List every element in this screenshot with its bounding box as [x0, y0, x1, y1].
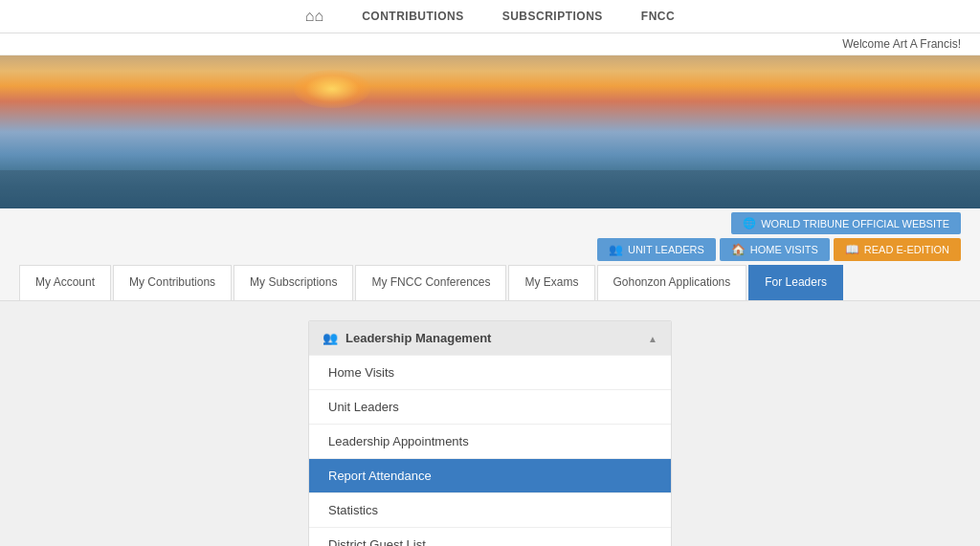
read-edition-button[interactable]: READ E-EDITION — [834, 238, 961, 261]
home-visits-button[interactable]: HOME VISITS — [720, 238, 830, 261]
leadership-appointments-menu-item[interactable]: Leadership Appointments — [309, 424, 671, 458]
tab-my-subscriptions[interactable]: My Subscriptions — [234, 265, 353, 300]
fncc-nav[interactable]: FNCC — [641, 10, 675, 23]
subscriptions-nav[interactable]: SUBSCRIPTIONS — [502, 10, 603, 23]
chevron-up-icon — [648, 331, 657, 345]
district-guest-list-menu-item[interactable]: District Guest List — [309, 527, 671, 546]
leadership-icon: 👥 — [323, 331, 338, 345]
action-row-1: 🌐 WORLD TRIBUNE OFFICIAL WEBSITE — [0, 208, 980, 236]
people-icon — [609, 243, 623, 256]
welcome-bar: Welcome Art A Francis! — [0, 33, 980, 55]
tab-for-leaders[interactable]: For Leaders — [748, 265, 843, 300]
leadership-section-title: Leadership Management — [345, 331, 491, 345]
home-visits-menu-item[interactable]: Home Visits — [309, 355, 671, 389]
tab-my-exams[interactable]: My Exams — [508, 265, 594, 300]
tab-navigation: My Account My Contributions My Subscript… — [0, 265, 980, 301]
content-panel: 👥 Leadership Management Home Visits Unit… — [308, 320, 672, 546]
tab-my-account[interactable]: My Account — [19, 265, 111, 300]
house-icon — [731, 243, 746, 256]
globe-icon: 🌐 — [743, 217, 756, 229]
book-icon — [845, 243, 859, 256]
unit-leaders-button[interactable]: UNIT LEADERS — [597, 238, 716, 261]
leadership-section-header[interactable]: 👥 Leadership Management — [309, 321, 671, 355]
top-navigation: ⌂ CONTRIBUTIONS SUBSCRIPTIONS FNCC — [0, 0, 980, 33]
home-nav-icon[interactable]: ⌂ — [305, 8, 323, 25]
hero-image — [0, 55, 980, 208]
tab-my-fncc[interactable]: My FNCC Conferences — [355, 265, 506, 300]
action-row-2: UNIT LEADERS HOME VISITS READ E-EDITION — [0, 236, 980, 265]
welcome-text: Welcome Art A Francis! — [842, 37, 961, 51]
main-content: 👥 Leadership Management Home Visits Unit… — [0, 301, 980, 546]
statistics-menu-item[interactable]: Statistics — [309, 492, 671, 527]
report-attendance-menu-item[interactable]: Report Attendance — [309, 458, 671, 492]
contributions-nav[interactable]: CONTRIBUTIONS — [362, 10, 464, 23]
tab-my-contributions[interactable]: My Contributions — [113, 265, 232, 300]
world-tribune-button[interactable]: 🌐 WORLD TRIBUNE OFFICIAL WEBSITE — [731, 212, 961, 234]
unit-leaders-menu-item[interactable]: Unit Leaders — [309, 389, 671, 424]
tab-gohonzon[interactable]: Gohonzon Applications — [597, 265, 747, 300]
